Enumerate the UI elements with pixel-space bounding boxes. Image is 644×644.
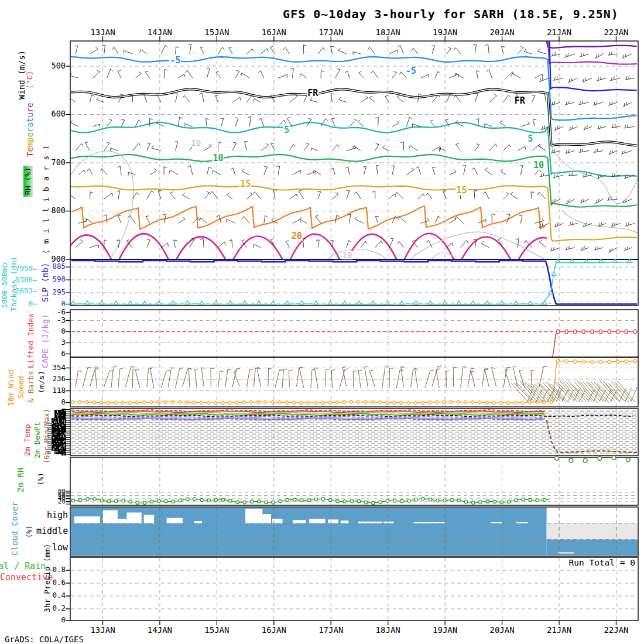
bottom-axis-day-16JAN: 16JAN (255, 626, 293, 634)
top-axis-day-15JAN: 15JAN (198, 28, 235, 36)
bottom-axis-day-21JAN: 21JAN (540, 626, 578, 634)
top-axis-day-20JAN: 20JAN (484, 28, 521, 36)
tick-label-p8-precip: 0 (47, 616, 66, 624)
meteogram-page: GFS 0~10day 3-hourly for SARH (18.5E, 9.… (0, 0, 644, 644)
top-axis-day-14JAN: 14JAN (141, 28, 179, 36)
tick-label-p3-li: -3 (47, 317, 66, 324)
ylabel-10m-wind: 10m Wind (7, 369, 15, 406)
tick-label-p1-pressure: 700 (47, 159, 66, 167)
tick-label-p8-precip: 0.4 (47, 592, 66, 600)
tick-label-p3-li: 6 (47, 350, 66, 358)
bottom-axis-day-20JAN: 20JAN (484, 626, 521, 634)
top-axis-day-16JAN: 16JAN (255, 28, 293, 36)
tick-label-p2-thickness: 0 (12, 300, 33, 308)
top-axis-day-22JAN: 22JAN (597, 28, 635, 36)
bottom-axis-day-15JAN: 15JAN (198, 626, 235, 634)
top-axis-day-13JAN: 13JAN (84, 28, 122, 36)
top-axis-day-18JAN: 18JAN (369, 28, 407, 36)
contour-label: 15 (455, 186, 467, 195)
tick-label-p1-pressure: 800 (47, 207, 66, 215)
top-axis-day-19JAN: 19JAN (426, 28, 464, 36)
tick-label-p2-thickness: 2653 (12, 287, 33, 295)
ylabel-2m-rh: 2m RH (16, 468, 25, 492)
contour-label: FR (514, 97, 526, 105)
wind10m-series (71, 359, 638, 405)
tick-label-p3-li: 0 (47, 328, 66, 335)
row-label-middle: middle (36, 527, 68, 536)
top-axis-day-21JAN: 21JAN (540, 28, 578, 36)
ylabel-2m-rh-unit: (%) (37, 472, 45, 485)
tick-label-p8-precip: 0.6 (47, 579, 66, 587)
ylabel-10m-unit: (m/s) (37, 371, 46, 393)
ylabel-millibars: (millibars) (42, 139, 50, 254)
slp-thickness-series (71, 259, 637, 305)
contour-label: 5 (527, 135, 533, 143)
bottom-axis-day-14JAN: 14JAN (141, 626, 179, 634)
ylabel-2m-dewpt: 2m DewPt (33, 422, 42, 458)
tick-label-p3-li: -6 (47, 309, 66, 316)
ylabel-cloud-cover: Cloud Cover (11, 501, 19, 556)
bottom-axis-day-18JAN: 18JAN (369, 626, 407, 634)
rh2m-series (71, 455, 630, 504)
contour-label: FR (307, 89, 318, 98)
tick-label-p2-slp: 0 (47, 300, 66, 308)
ylabel-cloud-unit: (%) (26, 525, 33, 538)
label-total-rain: Total / Rain (0, 562, 46, 571)
contour-label: 5 (283, 126, 290, 135)
ylabel-temperature: Temperature (26, 102, 35, 157)
top-axis-day-17JAN: 17JAN (312, 28, 350, 36)
tick-label-p2-slp: 295 (47, 289, 66, 296)
contour-label: 15 (239, 180, 251, 189)
contour-label: 10 (212, 154, 224, 163)
tick-label-p4-wind: 118 (47, 387, 66, 395)
tick-label-p1-pressure: 500 (47, 62, 66, 70)
tick-label-p2-thickness: 7959 (12, 265, 33, 273)
row-label-low: low (50, 543, 68, 553)
ylabel-temp-unit: (°C) (26, 71, 34, 89)
ylabel-rh: RH (%) (23, 166, 33, 197)
rh-contour-label: 10 (342, 251, 353, 259)
tick-label-p2-thickness: 5306 (12, 276, 33, 284)
ylabel-precip: 3hr Precip (mm) (43, 544, 52, 612)
lifted-index-series (71, 330, 637, 357)
page-title: GFS 0~10day 3-hourly for SARH (18.5E, 9.… (252, 7, 644, 21)
ylabel-2m-temp: 2m Temp (23, 424, 32, 456)
bottom-axis-day-19JAN: 19JAN (426, 626, 464, 634)
ylabel-10m-speed: Speed (17, 376, 25, 399)
tick-label-p2-slp: 590 (47, 276, 66, 283)
ylabel-2m-unit: (°C) (56, 428, 63, 445)
tick-label-p1-pressure: 600 (47, 110, 66, 118)
contour-label: -5 (405, 67, 417, 76)
grads-credit: GrADS: COLA/IGES (5, 635, 84, 644)
ylabel-thickness-1: 1000-500mb (1, 263, 9, 309)
ylabel-lifted-index: Lifted Index (27, 313, 35, 368)
cloud-fills (71, 508, 638, 556)
meteogram-canvas (0, 0, 644, 644)
contour-label: -5 (169, 56, 181, 65)
tick-label-p4-wind: 0 (47, 399, 66, 406)
contour-label: 20 (291, 232, 303, 241)
temp2m-series (71, 410, 637, 453)
bottom-axis-day-22JAN: 22JAN (597, 626, 635, 634)
run-total-text: Run Total = 0 (547, 558, 635, 567)
tick-label-p4-wind: 354 (47, 364, 66, 372)
tick-label-p3-li: 3 (47, 339, 66, 347)
ylabel-2m-minmax: (6hr Min/Max) (43, 409, 51, 464)
tick-label-p6-rh: 20 (52, 498, 66, 505)
bottom-axis-day-13JAN: 13JAN (84, 626, 122, 634)
tick-label-p8-precip: 0.2 (47, 605, 66, 612)
bottom-axis-day-17JAN: 17JAN (312, 626, 350, 634)
tick-label-p8-precip: 0.8 (47, 566, 66, 574)
rh-contour-label: 10 (190, 139, 201, 147)
ylabel-10m-barbs: & Barbs (27, 371, 35, 403)
tick-label-p2-slp: 885 (47, 263, 66, 270)
contour-label: 10 (533, 161, 544, 170)
tick-label-p4-wind: 236 (47, 375, 66, 383)
upper-air-contours (61, 41, 636, 262)
row-label-high: high (43, 511, 68, 520)
